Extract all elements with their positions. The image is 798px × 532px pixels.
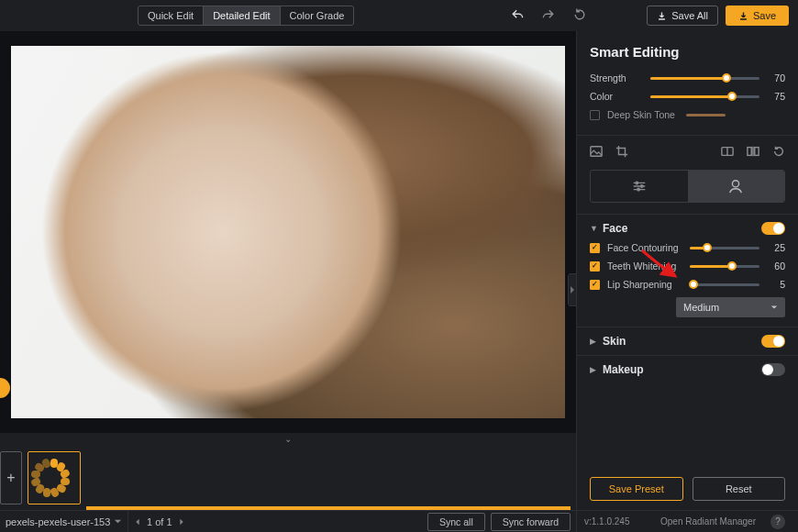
svg-rect-2 (748, 148, 751, 156)
download-icon (657, 11, 667, 21)
save-button[interactable]: Save (726, 6, 789, 26)
split-icon[interactable] (747, 145, 759, 161)
panel-title: Smart Editing (590, 44, 785, 60)
reset-button[interactable]: Reset (693, 477, 786, 501)
edit-scope-tabs (590, 170, 785, 203)
redo-icon[interactable] (541, 7, 556, 25)
top-bar: Quick Edit Detailed Edit Color Grade Sav… (0, 0, 798, 31)
tab-adjustments[interactable] (591, 171, 688, 202)
filmstrip-track (86, 457, 571, 510)
tab-color-grade[interactable]: Color Grade (280, 6, 354, 25)
makeup-header[interactable]: ▶ Makeup (590, 356, 785, 383)
save-preset-button[interactable]: Save Preset (590, 477, 683, 501)
face-toggle[interactable] (761, 222, 785, 235)
deep-skin-slider[interactable] (686, 109, 785, 120)
teeth-whitening-slider[interactable] (690, 260, 759, 272)
sliders-icon (631, 178, 648, 194)
strength-row: Strength 70 (590, 72, 785, 83)
panel-collapse-handle[interactable] (568, 273, 577, 306)
skin-header[interactable]: ▶ Skin (590, 327, 785, 355)
crop-icon[interactable] (615, 145, 628, 161)
photo-preview (11, 46, 565, 418)
deep-skin-checkbox[interactable] (590, 110, 600, 120)
svg-point-7 (733, 181, 739, 187)
chevron-down-icon: ▼ (590, 224, 597, 233)
skin-section: ▶ Skin (577, 327, 798, 355)
lip-sharpening-label: Lip Sharpening (607, 279, 682, 290)
sync-all-button[interactable]: Sync all (427, 513, 485, 531)
strength-value: 70 (767, 72, 785, 83)
color-row: Color 75 (590, 91, 785, 102)
edit-mode-tabs: Quick Edit Detailed Edit Color Grade (138, 6, 354, 26)
lip-sharpening-check[interactable] (590, 280, 600, 290)
filmstrip-chevron[interactable]: ⌄ (0, 433, 576, 446)
filmstrip: + (0, 446, 576, 510)
undo-icon[interactable] (510, 7, 525, 25)
canvas-tool-icons (590, 143, 785, 170)
teeth-whitening-label: Teeth Whitening (607, 260, 682, 272)
lip-sharpening-slider[interactable] (690, 279, 759, 290)
face-contouring-label: Face Contouring (607, 242, 682, 253)
tab-detailed-edit[interactable]: Detailed Edit (203, 6, 279, 25)
face-icon (727, 178, 744, 194)
download-icon (738, 11, 748, 21)
deep-skin-row: Deep Skin Tone (590, 109, 785, 120)
version-label: v:1.1.0.245 (584, 516, 629, 526)
reset-history-icon[interactable] (572, 7, 587, 25)
face-header[interactable]: ▼ Face (590, 215, 785, 242)
svg-point-5 (640, 185, 643, 188)
face-section: ▼ Face Face Contouring 25 Teeth Whitenin… (577, 214, 798, 327)
image-icon[interactable] (590, 145, 603, 161)
makeup-section: ▶ Makeup (577, 355, 798, 383)
tab-portrait[interactable] (688, 171, 785, 202)
svg-rect-3 (755, 148, 759, 156)
color-slider[interactable] (650, 91, 759, 102)
canvas-area: ⌄ + pexels-pexels-user-153 1 of 1 (0, 31, 576, 532)
color-label: Color (590, 91, 643, 102)
svg-point-6 (637, 188, 640, 191)
teeth-whitening-check[interactable] (590, 261, 600, 272)
chevron-down-icon (114, 517, 122, 526)
right-panel: Smart Editing Strength 70 Color 75 Deep … (576, 31, 798, 532)
help-icon[interactable]: ? (770, 515, 785, 529)
strength-label: Strength (590, 72, 643, 83)
chevron-right-icon: ▶ (590, 337, 597, 346)
save-all-button[interactable]: Save All (647, 6, 718, 26)
svg-point-4 (636, 182, 638, 184)
color-value: 75 (767, 91, 785, 102)
face-contouring-slider[interactable] (690, 242, 759, 253)
chevron-right-icon: ▶ (590, 365, 597, 374)
refresh-icon[interactable] (772, 145, 785, 161)
left-footer: pexels-pexels-user-153 1 of 1 Sync all S… (0, 510, 576, 532)
right-footer: v:1.1.0.245 Open Radiant Manager ? (577, 510, 798, 532)
prev-icon[interactable] (134, 518, 141, 526)
face-preset-dropdown[interactable]: Medium (676, 297, 785, 317)
skin-toggle[interactable] (761, 335, 785, 348)
page-indicator: 1 of 1 (147, 516, 172, 527)
image-canvas[interactable] (0, 31, 576, 433)
history-buttons (510, 7, 587, 25)
makeup-toggle[interactable] (761, 363, 785, 376)
chevron-down-icon (770, 304, 778, 311)
spinner-icon (35, 459, 73, 497)
face-contouring-check[interactable] (590, 243, 600, 253)
next-icon[interactable] (178, 518, 185, 526)
pager: 1 of 1 (128, 516, 191, 527)
compare-icon[interactable] (721, 145, 734, 161)
add-image-button[interactable]: + (0, 451, 22, 504)
deep-skin-label: Deep Skin Tone (607, 109, 679, 120)
filename-dropdown[interactable]: pexels-pexels-user-153 (0, 511, 128, 532)
tab-quick-edit[interactable]: Quick Edit (139, 6, 203, 25)
sync-forward-button[interactable]: Sync forward (491, 513, 571, 531)
open-manager-link[interactable]: Open Radiant Manager (660, 516, 756, 526)
strength-slider[interactable] (650, 72, 759, 83)
thumbnail-loading[interactable] (28, 451, 81, 504)
